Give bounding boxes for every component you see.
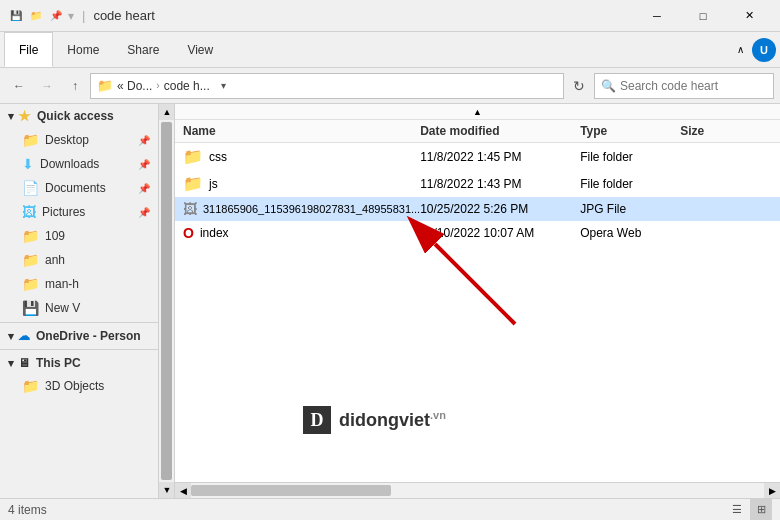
pin-icon-documents: 📌 [138,183,150,194]
desktop-label: Desktop [45,133,89,147]
expand-chevron: ▾ [8,110,14,123]
sidebar-scrollbar[interactable]: ▲ ▼ [158,104,174,498]
tab-share[interactable]: Share [113,32,173,67]
sidebar-item-anh[interactable]: 📁 anh [0,248,158,272]
horizontal-scrollbar[interactable]: ◀ ▶ [175,482,780,498]
folder-icon-title: 📁 [28,8,44,24]
col-name: Name [183,124,420,138]
documents-folder-icon: 📄 [22,180,39,196]
h-scroll-thumb[interactable] [191,485,391,496]
folder-icon-109: 📁 [22,228,39,244]
address-dropdown-button[interactable]: ▾ [214,80,234,91]
tab-home[interactable]: Home [53,32,113,67]
status-bar: 4 items ☰ ⊞ [0,498,780,520]
sidebar-item-3dobjects[interactable]: 📁 3D Objects [0,374,158,398]
watermark-logo: D [303,406,331,434]
label-newv: New V [45,301,80,315]
tab-view[interactable]: View [173,32,227,67]
downloads-folder-icon: ⬇ [22,156,34,172]
onedrive-label: OneDrive - Person [36,329,141,343]
details-view-button[interactable]: ☰ [726,499,748,521]
file-type-jpg: JPG File [580,202,680,216]
search-input[interactable] [620,79,770,93]
file-type-js: File folder [580,177,680,191]
watermark-text: didongviet.vn [339,409,446,431]
file-date-index: 11/10/2022 10:07 AM [420,226,580,240]
jpg-icon: 🖼 [183,201,197,217]
file-label-jpg: 311865906_115396198027831_48955831... [203,203,420,215]
expand-ribbon-button[interactable]: ∧ [728,38,752,62]
sidebar-item-desktop[interactable]: 📁 Desktop 📌 [0,128,158,152]
scroll-down-button[interactable]: ▼ [159,482,175,498]
pictures-label: Pictures [42,205,85,219]
title-bar-separator: | [82,8,85,23]
folder-icon-css: 📁 [183,147,203,166]
sidebar-section-onedrive[interactable]: ▾ ☁ OneDrive - Person [0,325,158,347]
address-segment-codeheart[interactable]: code h... [164,79,210,93]
back-button[interactable]: ← [6,73,32,99]
col-date: Date modified [420,124,580,138]
sidebar-item-documents[interactable]: 📄 Documents 📌 [0,176,158,200]
sidebar-section-thispc[interactable]: ▾ 🖥 This PC [0,352,158,374]
sidebar-item-newv[interactable]: 💾 New V [0,296,158,320]
quick-access-label: Quick access [37,109,114,123]
star-icon: ★ [18,108,31,124]
window-controls: ─ □ ✕ [634,0,772,32]
h-scroll-right-button[interactable]: ▶ [764,483,780,499]
file-row-index[interactable]: O index 11/10/2022 10:07 AM Opera Web [175,221,780,245]
maximize-button[interactable]: □ [680,0,726,32]
file-name-index: O index [183,225,420,241]
save-icon: 💾 [8,8,24,24]
sidebar-item-pictures[interactable]: 🖼 Pictures 📌 [0,200,158,224]
sidebar: ▾ ★ Quick access 📁 Desktop 📌 ⬇ Downloads… [0,104,175,498]
sidebar-divider-2 [0,349,158,350]
label-3dobjects: 3D Objects [45,379,104,393]
file-row-css[interactable]: 📁 css 11/8/2022 1:45 PM File folder [175,143,780,170]
downloads-label: Downloads [40,157,99,171]
watermark-suffix: .vn [430,409,446,421]
folder-icon: 📁 [22,132,39,148]
file-area: ▲ Name Date modified Type Size 📁 css 11/… [175,104,780,498]
file-label-index: index [200,226,229,240]
file-date-jpg: 10/25/2022 5:26 PM [420,202,580,216]
file-row-js[interactable]: 📁 js 11/8/2022 1:43 PM File folder [175,170,780,197]
ribbon-tabs: File Home Share View [4,32,227,67]
h-scroll-track [191,483,764,498]
watermark: D didongviet.vn [295,402,454,438]
address-bar[interactable]: 📁 « Do... › code h... ▾ [90,73,564,99]
large-icons-view-button[interactable]: ⊞ [750,499,772,521]
file-content-row: Name Date modified Type Size 📁 css 11/8/… [175,120,780,482]
label-109: 109 [45,229,65,243]
address-segment-downloads[interactable]: « Do... [117,79,152,93]
up-button[interactable]: ↑ [62,73,88,99]
scroll-up-arrow[interactable]: ▲ [175,104,780,120]
nav-bar: ← → ↑ 📁 « Do... › code h... ▾ ↻ 🔍 [0,68,780,104]
file-row-jpg[interactable]: 🖼 311865906_115396198027831_48955831... … [175,197,780,221]
forward-button[interactable]: → [34,73,60,99]
sidebar-section-quick-access[interactable]: ▾ ★ Quick access [0,104,158,128]
folder-icon-manh: 📁 [22,276,39,292]
title-bar-title: code heart [93,8,154,23]
close-button[interactable]: ✕ [726,0,772,32]
address-segment-folder: 📁 [97,78,113,93]
search-bar[interactable]: 🔍 [594,73,774,99]
scroll-up-button[interactable]: ▲ [159,104,175,120]
sidebar-item-109[interactable]: 📁 109 [0,224,158,248]
refresh-button[interactable]: ↻ [566,73,592,99]
pin-icon-desktop: 📌 [138,135,150,146]
h-scroll-left-button[interactable]: ◀ [175,483,191,499]
tab-file[interactable]: File [4,32,53,67]
pin-icon-pictures: 📌 [138,207,150,218]
documents-label: Documents [45,181,106,195]
col-size: Size [680,124,780,138]
sidebar-divider-1 [0,322,158,323]
pin-icon-downloads: 📌 [138,159,150,170]
user-avatar[interactable]: U [752,38,776,62]
folder-icon-anh: 📁 [22,252,39,268]
minimize-button[interactable]: ─ [634,0,680,32]
scroll-thumb[interactable] [161,122,172,480]
sidebar-item-downloads[interactable]: ⬇ Downloads 📌 [0,152,158,176]
title-bar-icons: 💾 📁 📌 ▾ [8,8,74,24]
opera-icon: O [183,225,194,241]
sidebar-item-manh[interactable]: 📁 man-h [0,272,158,296]
